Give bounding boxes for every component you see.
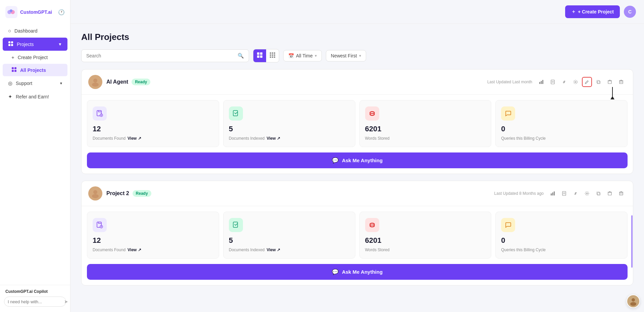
- project-2-link-icon[interactable]: [571, 188, 581, 198]
- project-1-docs-found-view[interactable]: View ↗: [128, 136, 141, 141]
- all-projects-sub-icon: [11, 67, 17, 73]
- sort-filter-select[interactable]: Newest First ▾: [326, 50, 366, 61]
- project-1-words-stored-label: Words Stored: [365, 136, 390, 141]
- project-2-queries-bottom: Queries this Billing Cycle: [501, 248, 622, 252]
- view-detailed-button[interactable]: [253, 49, 266, 62]
- project-1-link-icon[interactable]: [559, 77, 569, 87]
- project-1-stat-queries: 0 Queries this Billing Cycle: [495, 100, 628, 147]
- ask-bar-icon-2: 💬: [332, 269, 339, 275]
- sidebar-nav: ○ Dashboard Projects ▼ + Create Project …: [0, 23, 70, 282]
- sidebar-item-refer[interactable]: ✦ Refer and Earn!: [3, 90, 67, 103]
- svg-rect-29: [542, 80, 543, 84]
- project-1-analytics-icon[interactable]: [536, 77, 546, 87]
- sidebar-item-all-projects-label: All Projects: [20, 68, 46, 73]
- svg-point-3: [10, 9, 12, 12]
- project-2-delete-outline-icon[interactable]: [605, 188, 615, 198]
- project-2-docs-indexed-label: Documents Indexed: [229, 248, 265, 252]
- project-2-docs-found-view[interactable]: View ↗: [128, 248, 141, 252]
- project-2-stats: 12 Documents Found View ↗ 5 Documents In…: [82, 206, 633, 264]
- support-chevron-icon: ▾: [60, 81, 62, 86]
- svg-rect-47: [233, 110, 238, 116]
- project-1-ask-bar[interactable]: 💬 Ask Me Anything: [87, 152, 628, 168]
- scrollbar-thumb: [631, 215, 633, 268]
- project-2-words-stored-number: 6201: [365, 236, 486, 245]
- svg-rect-8: [12, 67, 14, 69]
- project-2-stat-docs-indexed: 5 Documents Indexed View ↗: [223, 212, 355, 259]
- time-filter-select[interactable]: 📅 All Time ▾: [283, 50, 322, 61]
- svg-rect-63: [608, 192, 611, 195]
- copilot-input[interactable]: [8, 299, 64, 304]
- project-2-trash-icon[interactable]: [616, 188, 626, 198]
- sidebar-item-dashboard-label: Dashboard: [14, 28, 38, 34]
- project-2-analytics-icon[interactable]: [548, 188, 558, 198]
- project-1-queries-bottom: Queries this Billing Cycle: [501, 136, 622, 141]
- project-2-docs-found-label: Documents Found: [93, 248, 126, 252]
- bottom-right-avatar[interactable]: [627, 295, 640, 308]
- project-2-settings-icon[interactable]: [582, 188, 592, 198]
- svg-rect-30: [551, 80, 554, 84]
- create-project-button[interactable]: ＋ + Create Project: [565, 5, 620, 18]
- search-input[interactable]: [86, 53, 235, 58]
- project-2-docs-indexed-number: 5: [229, 236, 350, 245]
- calendar-icon: 📅: [288, 53, 294, 58]
- project-2-stat-words-stored: 6201 Words Stored: [359, 212, 492, 259]
- sort-filter-label: Newest First: [331, 53, 357, 58]
- support-icon: ◎: [8, 80, 12, 86]
- svg-rect-73: [233, 222, 238, 227]
- copilot-send-icon[interactable]: ➤: [64, 299, 68, 304]
- sidebar-item-projects[interactable]: Projects ▼: [3, 38, 67, 51]
- project-1-meta: Last Updated Last month: [487, 77, 626, 87]
- project-1-edit-icon[interactable]: [582, 77, 592, 87]
- project-1-docs-indexed-number: 5: [229, 125, 350, 133]
- svg-rect-15: [260, 55, 262, 58]
- svg-rect-62: [597, 192, 599, 194]
- project-1-stats: 12 Documents Found View ↗ 5 Documents In…: [82, 95, 633, 152]
- project-2-stat-queries: 0 Queries this Billing Cycle: [495, 212, 628, 259]
- project-1-copy-icon[interactable]: [593, 77, 603, 87]
- scrollbar-track[interactable]: [631, 198, 633, 285]
- sidebar-item-support[interactable]: ◎ Support ▾: [3, 77, 67, 90]
- project-2-words-stored-bottom: Words Stored: [365, 248, 486, 252]
- project-1-settings-icon[interactable]: [571, 77, 581, 87]
- project-1-docs-indexed-view[interactable]: View ↗: [266, 136, 280, 141]
- clock-icon: 🕐: [58, 9, 65, 15]
- svg-rect-4: [8, 41, 10, 43]
- search-box[interactable]: 🔍: [81, 49, 249, 62]
- copilot-label: CustomGPT.ai Copilot: [4, 289, 66, 294]
- project-1-avatar: [88, 75, 102, 89]
- project-2-ask-bar[interactable]: 💬 Ask Me Anything: [87, 264, 628, 280]
- project-2-queries-label: Queries this Billing Cycle: [501, 248, 546, 252]
- refer-icon: ✦: [8, 94, 12, 100]
- sidebar-item-projects-label: Projects: [17, 42, 34, 47]
- sidebar-item-refer-label: Refer and Earn!: [16, 94, 49, 99]
- project-1-docs-found-bottom: Documents Found View ↗: [93, 136, 213, 141]
- svg-rect-16: [270, 52, 271, 54]
- copilot-input-wrap[interactable]: ➤: [4, 297, 66, 307]
- project-1-docs-found-label: Documents Found: [93, 136, 126, 141]
- project-1-trash-icon[interactable]: [616, 77, 626, 87]
- project-2-document-icon[interactable]: [559, 188, 569, 198]
- sidebar-item-dashboard[interactable]: ○ Dashboard: [3, 25, 67, 37]
- project-2-header: Project 2 Ready Last Updated 8 Months ag…: [82, 181, 633, 206]
- svg-point-34: [574, 80, 578, 84]
- project-2-docs-indexed-view[interactable]: View ↗: [266, 248, 280, 252]
- svg-rect-56: [562, 191, 566, 195]
- user-avatar-button[interactable]: C: [624, 6, 636, 18]
- project-1-document-icon[interactable]: [548, 77, 558, 87]
- svg-rect-28: [541, 81, 542, 84]
- sidebar-item-create-project[interactable]: + Create Project: [3, 51, 67, 63]
- svg-rect-6: [8, 44, 10, 46]
- svg-rect-19: [270, 54, 271, 56]
- projects-icon: [8, 41, 13, 47]
- svg-rect-22: [270, 56, 271, 58]
- project2-docs-found-icon-wrap: [93, 218, 107, 232]
- project-2-copy-icon[interactable]: [593, 188, 603, 198]
- view-grid-button[interactable]: [266, 49, 279, 62]
- logo-icon: [5, 6, 17, 18]
- project-1-status: Ready: [132, 79, 150, 85]
- project-1-delete-outline-icon[interactable]: [605, 77, 615, 87]
- logo-text: CustomGPT.ai: [20, 9, 52, 15]
- project-1-docs-indexed-bottom: Documents Indexed View ↗: [229, 136, 350, 141]
- sidebar-item-all-projects[interactable]: All Projects: [3, 64, 67, 76]
- search-icon[interactable]: 🔍: [238, 53, 244, 59]
